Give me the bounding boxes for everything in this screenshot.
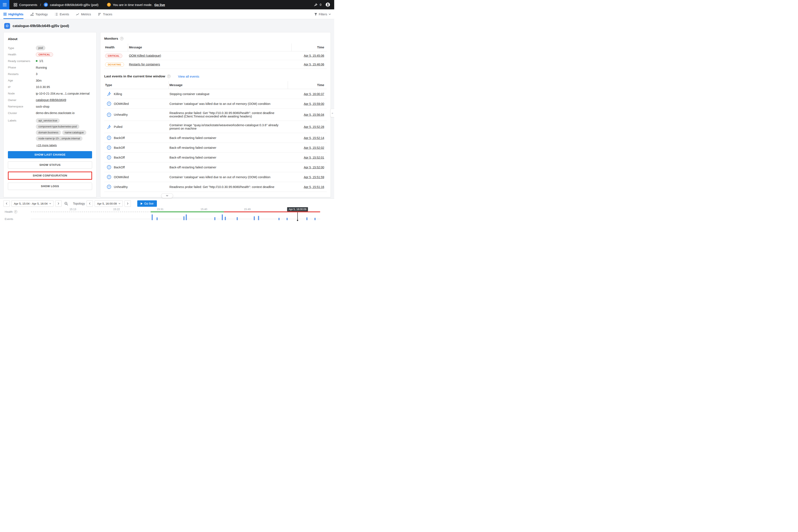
events-table-header: Type Message Time <box>104 81 327 89</box>
components-grid-icon <box>14 3 17 6</box>
health-help-icon[interactable] <box>14 210 17 213</box>
main-content: catalogue-69b58cb649-gjl5v (pod) About T… <box>0 19 334 198</box>
filters-button[interactable]: Filters <box>314 13 331 16</box>
monitor-message-cell: OOM Killed (catalogue) <box>128 51 291 60</box>
collapse-panel-button[interactable] <box>161 193 173 198</box>
event-type-cell: Pulled <box>104 122 169 132</box>
topology-icon <box>30 13 34 16</box>
show-last-change-button[interactable]: SHOW LAST CHANGE <box>8 151 92 158</box>
event-histogram-bar <box>222 214 223 220</box>
events-title: Last events in the current time window <box>104 74 165 78</box>
health-segment-red <box>224 211 320 212</box>
zoom-out-icon[interactable] <box>64 202 68 206</box>
about-row-value: demo-dev.demo.stackstate.io <box>36 111 75 115</box>
monitor-message-link[interactable]: OOM Killed (catalogue) <box>129 54 161 57</box>
event-histogram-bar <box>315 218 316 220</box>
expand-side-panel-handle[interactable] <box>330 109 334 117</box>
alert-circle-icon <box>107 185 111 189</box>
monitors-rows: CRITICALOOM Killed (catalogue)Apr 5, 15:… <box>104 51 327 69</box>
tab-metrics[interactable]: Metrics <box>76 10 91 19</box>
event-type-label: BackOff <box>114 146 125 149</box>
about-row-label: Age <box>8 79 36 82</box>
monitor-time-cell: Apr 5, 15:45:06 <box>291 51 327 60</box>
show-logs-button[interactable]: SHOW LOGS <box>8 183 92 190</box>
event-time-link[interactable]: Apr 5, 15:51:16 <box>304 185 324 189</box>
event-time-link[interactable]: Apr 5, 15:51:59 <box>304 175 324 179</box>
go-live-link[interactable]: Go live <box>154 3 165 6</box>
breadcrumb-entity-name[interactable]: catalogue-69b58cb649-gjl5v (pod) <box>50 3 98 6</box>
details-panel: Monitors Health Message Time CRITICALOOM… <box>100 32 331 197</box>
monitor-time-link[interactable]: Apr 5, 15:45:06 <box>304 54 324 57</box>
event-time-link[interactable]: Apr 5, 15:52:14 <box>304 136 324 139</box>
event-time-cell: Apr 5, 16:00:37 <box>288 90 327 98</box>
app-window: Components / catalogue-69b58cb649-gjl5v … <box>0 0 334 223</box>
labels-pills: api_service:truecomponent-type:kubernete… <box>36 117 92 141</box>
about-row: Ready containers1/1 <box>8 58 92 64</box>
range-next-button[interactable] <box>55 201 62 207</box>
owner-link[interactable]: catalogue-69b58cb649 <box>36 98 66 102</box>
topbar-right: 0 <box>314 2 334 7</box>
event-time-link[interactable]: Apr 5, 15:56:04 <box>304 113 324 116</box>
event-type-label: BackOff <box>114 166 125 169</box>
event-message-cell: Back-off restarting failed container <box>169 163 288 172</box>
event-time-link[interactable]: Apr 5, 15:52:00 <box>304 166 324 169</box>
about-row-label: Node <box>8 92 36 95</box>
timeline-chart[interactable]: Apr 5, 16:00:09 15:1315:2215:3115:4015:4… <box>31 207 320 223</box>
show-configuration-button[interactable]: SHOW CONFIGURATION <box>8 172 92 179</box>
tab-topology[interactable]: Topology <box>30 10 48 19</box>
about-row: Age30m <box>8 77 92 84</box>
tab-traces[interactable]: Traces <box>98 10 112 19</box>
monitor-message-link[interactable]: Restarts for containers <box>129 63 160 66</box>
time-range-value: Apr 5, 15:04 - Apr 5, 16:04 <box>14 202 48 205</box>
event-time-link[interactable]: Apr 5, 15:52:28 <box>304 125 324 129</box>
topology-time-dropdown[interactable]: Apr 5, 16:00:09 <box>95 201 122 207</box>
top-bar: Components / catalogue-69b58cb649-gjl5v … <box>0 0 334 10</box>
hamburger-menu-button[interactable] <box>0 0 10 10</box>
health-segment-gray <box>31 212 151 212</box>
event-row: BackOffBack-off restarting failed contai… <box>104 163 327 172</box>
about-actions: SHOW LAST CHANGE SHOW STATUS SHOW CONFIG… <box>8 151 92 190</box>
view-all-events-link[interactable]: View all events <box>178 75 199 78</box>
about-row-value: CRITICAL <box>36 53 53 57</box>
events-help-icon[interactable] <box>167 75 171 78</box>
user-avatar[interactable] <box>325 2 330 7</box>
event-row: OOMKilledContainer 'catalogue' was kille… <box>104 99 327 109</box>
event-message-cell: Container 'catalogue' was killed due to … <box>169 173 288 182</box>
topology-time-prev-button[interactable] <box>87 201 93 207</box>
monitor-time-link[interactable]: Apr 5, 15:46:06 <box>304 63 324 66</box>
timeline-controls: Apr 5, 15:04 - Apr 5, 16:04 Topology Apr… <box>0 198 334 207</box>
range-prev-button[interactable] <box>3 201 10 207</box>
tab-highlights[interactable]: Highlights <box>3 10 23 19</box>
about-row-value: 1/1 <box>36 59 43 63</box>
event-message-cell: Back-off restarting failed container <box>169 134 288 142</box>
pin-icon[interactable] <box>314 3 318 7</box>
event-time-link[interactable]: Apr 5, 15:52:01 <box>304 156 324 159</box>
time-cursor-dot <box>297 220 298 221</box>
monitor-health-pill: DEVIATING <box>105 62 124 67</box>
topology-time-next-button[interactable] <box>125 201 131 207</box>
go-live-button-label: Go live <box>144 202 154 205</box>
tab-events[interactable]: Events <box>55 10 69 19</box>
event-time-link[interactable]: Apr 5, 16:00:37 <box>304 92 324 96</box>
label-pill: name:catalogue <box>62 130 86 135</box>
breadcrumb-components[interactable]: Components <box>19 3 37 6</box>
event-time-cell: Apr 5, 15:52:02 <box>288 144 327 152</box>
events-header: Last events in the current time window V… <box>104 74 327 78</box>
events-rows: KillingStopping container catalogueApr 5… <box>104 89 327 192</box>
label-pill: domain:business <box>36 130 61 135</box>
label-pill: node-name:ip-10-...ompute.internal <box>36 136 82 141</box>
traces-icon <box>98 13 101 16</box>
show-status-button[interactable]: SHOW STATUS <box>8 162 92 169</box>
event-time-link[interactable]: Apr 5, 15:52:02 <box>304 146 324 149</box>
event-time-cell: Apr 5, 15:52:01 <box>288 153 327 162</box>
tab-topology-label: Topology <box>35 13 48 16</box>
go-live-button[interactable]: Go live <box>137 201 157 207</box>
more-labels-link[interactable]: +15 more labels <box>36 144 92 147</box>
monitors-help-icon[interactable] <box>120 37 124 40</box>
event-histogram-bar <box>258 216 259 220</box>
time-range-dropdown[interactable]: Apr 5, 15:04 - Apr 5, 16:04 <box>12 201 54 207</box>
event-time-link[interactable]: Apr 5, 15:59:00 <box>304 102 324 106</box>
page-header: catalogue-69b58cb649-gjl5v (pod) <box>3 19 331 32</box>
event-type-cell: BackOff <box>104 153 169 162</box>
event-type-label: OOMKilled <box>114 102 129 106</box>
